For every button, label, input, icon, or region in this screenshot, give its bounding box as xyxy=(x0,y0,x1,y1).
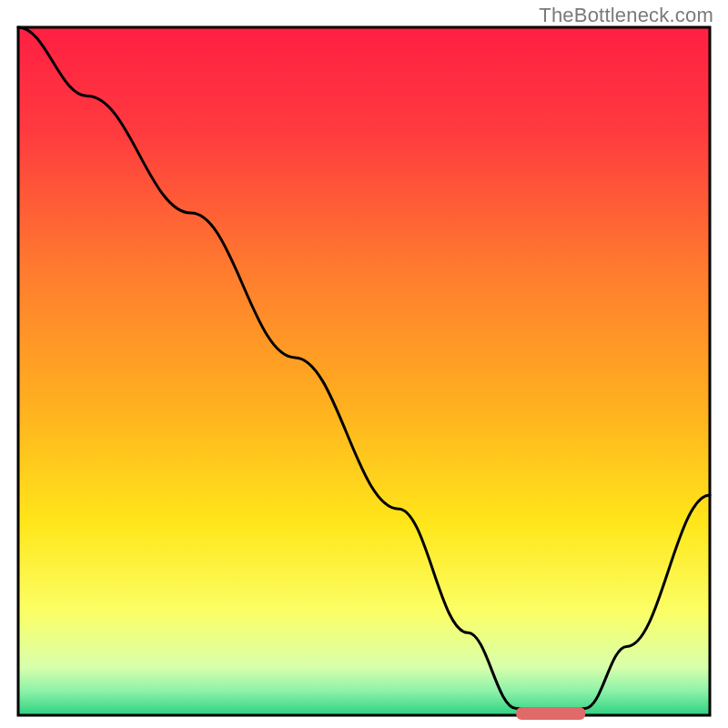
chart-svg xyxy=(0,0,728,728)
optimal-marker xyxy=(516,707,585,720)
watermark-text: TheBottleneck.com xyxy=(539,4,713,27)
chart-container: TheBottleneck.com xyxy=(0,0,728,728)
plot-background xyxy=(18,27,710,715)
